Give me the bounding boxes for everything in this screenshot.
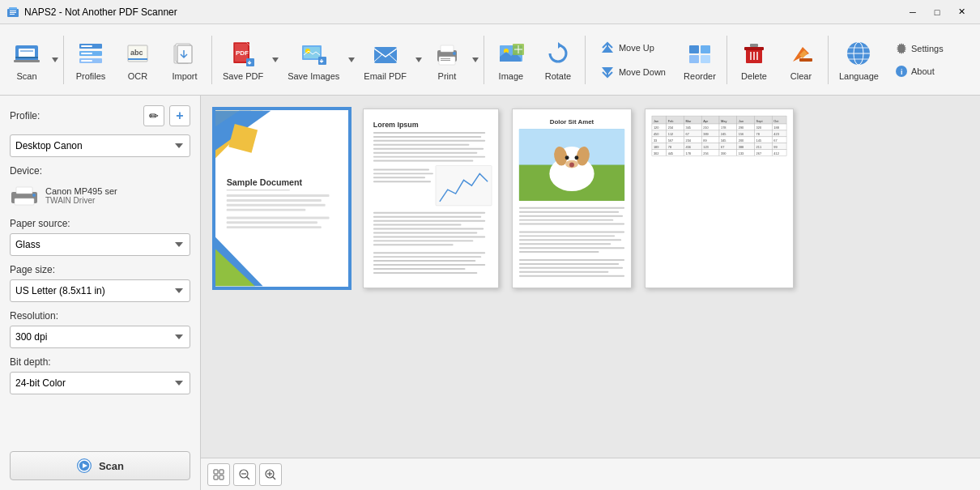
svg-rect-132 <box>519 231 624 232</box>
svg-text:Jan: Jan <box>654 119 658 123</box>
svg-rect-90 <box>373 148 484 150</box>
svg-text:Sample Document: Sample Document <box>227 177 303 187</box>
print-arrow-button[interactable] <box>471 28 480 92</box>
svg-rect-136 <box>519 247 624 249</box>
page-size-select[interactable]: US Letter (8.5x11 in) A4 A5 Legal <box>10 279 190 302</box>
resolution-select[interactable]: 75 dpi 150 dpi 300 dpi 600 dpi 1200 dpi <box>10 326 190 348</box>
svg-point-124 <box>574 156 578 160</box>
maximize-button[interactable]: □ <box>925 4 949 20</box>
svg-rect-97 <box>373 177 425 178</box>
svg-rect-128 <box>519 211 619 213</box>
svg-rect-30 <box>374 47 397 63</box>
language-label: Language <box>839 71 879 81</box>
svg-point-123 <box>565 156 569 160</box>
sep-5 <box>726 36 727 84</box>
svg-text:120: 120 <box>654 126 659 130</box>
rotate-button[interactable]: Rotate <box>535 28 582 92</box>
svg-rect-7 <box>20 50 33 52</box>
image-button[interactable]: Image <box>488 28 535 92</box>
import-label: Import <box>172 71 197 81</box>
thumbnail-2[interactable]: Lorem Ipsum <box>363 109 499 288</box>
svg-rect-83 <box>227 226 322 228</box>
svg-rect-88 <box>373 140 485 142</box>
svg-text:67: 67 <box>773 138 777 143</box>
profile-select[interactable]: Desktop Canon <box>10 134 190 157</box>
thumbnail-image-3[interactable]: Dolor Sit Amet <box>512 109 632 288</box>
svg-rect-4 <box>10 14 15 15</box>
import-icon <box>170 39 199 68</box>
thumbnail-1[interactable]: Sample Document <box>214 109 350 288</box>
svg-rect-105 <box>373 236 485 237</box>
save-pdf-button[interactable]: PDF Save PDF <box>215 28 271 92</box>
svg-text:67: 67 <box>685 132 688 136</box>
move-group: Move Up Move Down <box>589 34 676 86</box>
print-label: Print <box>438 71 457 81</box>
resolution-label: Resolution: <box>10 310 190 322</box>
profile-add-button[interactable]: + <box>169 105 190 126</box>
svg-rect-63 <box>15 198 34 205</box>
clear-button[interactable]: Clear <box>778 28 824 92</box>
svg-rect-81 <box>227 216 330 219</box>
scan-arrow-button[interactable] <box>50 28 60 92</box>
grid-icon <box>213 469 224 480</box>
svg-rect-8 <box>15 57 38 58</box>
save-images-button[interactable]: Save Images <box>280 28 347 92</box>
svg-rect-110 <box>373 260 475 262</box>
profile-edit-button[interactable]: ✏ <box>143 105 164 126</box>
import-button[interactable]: Import <box>161 28 208 92</box>
svg-text:445: 445 <box>668 151 674 156</box>
svg-text:Dolor Sit Amet: Dolor Sit Amet <box>550 118 594 126</box>
scan-button[interactable]: Scan <box>3 28 50 92</box>
delete-button[interactable]: Delete <box>731 28 778 92</box>
svg-text:389: 389 <box>703 132 709 136</box>
thumbnail-4[interactable]: Jan Feb Mar Apr May Jun Sept Oct <box>645 109 794 288</box>
svg-rect-113 <box>373 272 477 274</box>
profiles-button[interactable]: Profiles <box>67 28 114 92</box>
thumbnail-image-1[interactable]: Sample Document <box>214 109 350 288</box>
print-group: Print <box>424 28 480 92</box>
svg-rect-101 <box>373 220 485 222</box>
move-down-button[interactable]: Move Down <box>594 62 671 83</box>
svg-rect-76 <box>227 190 290 190</box>
save-images-arrow-button[interactable] <box>347 28 356 92</box>
reorder-icon <box>685 39 714 68</box>
svg-rect-127 <box>519 207 624 209</box>
svg-line-250 <box>273 476 276 479</box>
save-pdf-group: PDF Save PDF <box>215 28 280 92</box>
thumbnail-image-2[interactable]: Lorem Ipsum <box>363 109 499 288</box>
ocr-button[interactable]: abc OCR <box>114 28 161 92</box>
svg-text:178: 178 <box>685 151 691 156</box>
language-button[interactable]: Language <box>832 28 886 92</box>
scan-main-button[interactable]: Scan <box>10 451 190 480</box>
svg-rect-25 <box>246 58 254 66</box>
thumbnail-image-4[interactable]: Jan Feb Mar Apr May Jun Sept Oct <box>645 109 794 288</box>
email-pdf-arrow-button[interactable] <box>414 28 424 92</box>
save-pdf-icon: PDF <box>228 39 258 68</box>
toolbar: Scan Profiles abc OCR <box>0 24 980 96</box>
move-up-button[interactable]: Move Up <box>594 37 660 58</box>
svg-rect-103 <box>373 228 484 230</box>
grid-view-button[interactable] <box>207 463 230 486</box>
svg-rect-112 <box>373 268 466 270</box>
paper-source-select[interactable]: Glass Feeder Auto <box>10 233 190 256</box>
about-button[interactable]: i About <box>891 62 948 81</box>
minimize-button[interactable]: ─ <box>901 4 925 20</box>
zoom-out-button[interactable] <box>233 463 256 486</box>
close-button[interactable]: ✕ <box>949 4 974 20</box>
email-pdf-button[interactable]: Email PDF <box>356 28 414 92</box>
move-down-label: Move Down <box>619 67 666 77</box>
save-pdf-arrow-button[interactable] <box>271 28 280 92</box>
about-icon: i <box>895 65 908 78</box>
bit-depth-select[interactable]: Black & White Grayscale 24-bit Color <box>10 372 190 394</box>
email-pdf-icon <box>371 39 400 68</box>
about-label: About <box>911 66 935 76</box>
thumbnail-3[interactable]: Dolor Sit Amet <box>512 109 632 288</box>
print-button[interactable]: Print <box>424 28 471 92</box>
scan-group: Scan <box>3 28 60 92</box>
profile-add-icon: + <box>176 109 183 123</box>
reorder-button[interactable]: Reorder <box>676 28 723 92</box>
svg-rect-99 <box>373 212 485 214</box>
settings-button[interactable]: Settings <box>891 39 948 58</box>
zoom-in-button[interactable] <box>259 463 282 486</box>
svg-rect-34 <box>441 58 450 59</box>
